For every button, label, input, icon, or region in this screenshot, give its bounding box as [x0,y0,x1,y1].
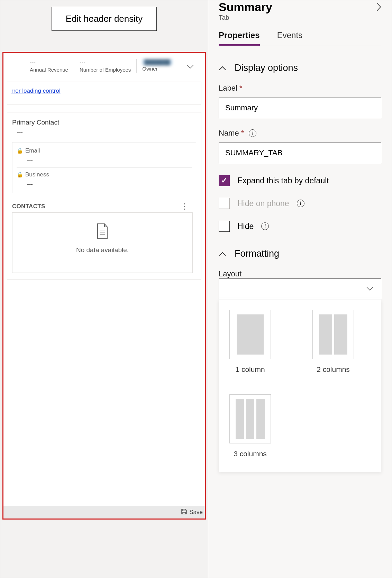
expand-default-label: Expand this tab by default [237,176,329,185]
no-data-text: No data available. [12,246,192,254]
save-label[interactable]: Save [189,509,203,516]
save-bar: Save [3,506,205,519]
layout-option-label: 1 column [235,365,265,374]
hide-label: Hide [237,222,254,231]
layout-dropdown: 1 column 2 columns 3 columns [219,299,381,472]
primary-contact-value: --- [17,129,196,136]
layout-preview-icon [229,394,271,443]
layout-option-3-columns[interactable]: 3 columns [229,394,271,458]
expand-default-checkbox[interactable] [219,175,230,186]
header-field-owner[interactable]: ███████ Owner [137,59,178,72]
hide-on-phone-label: Hide on phone [237,199,289,208]
header-field-annual-revenue[interactable]: --- Annual Revenue [24,59,74,73]
layout-option-label: 3 columns [234,450,267,458]
layout-label: Layout [219,269,381,278]
layout-option-label: 2 columns [317,365,350,374]
tab-properties[interactable]: Properties [219,30,260,46]
layout-preview-icon [312,310,354,359]
formatting-title: Formatting [235,248,279,259]
formatting-header[interactable]: Formatting [219,248,381,259]
annual-revenue-value: --- [30,59,68,66]
header-field-num-employees[interactable]: --- Number of Employees [74,59,137,73]
lock-icon: 🔒 [17,148,23,154]
label-field-label: Label [219,84,237,92]
edit-header-density-button[interactable]: Edit header density [52,7,157,31]
business-field[interactable]: 🔒Business --- [17,168,192,191]
hide-checkbox[interactable] [219,221,230,232]
num-employees-label: Number of Employees [80,67,131,73]
info-icon[interactable]: i [249,129,256,137]
lock-icon: 🔒 [17,172,23,177]
display-options-header[interactable]: Display options [219,63,381,73]
layout-preview-icon [229,310,271,359]
business-value: --- [27,181,192,188]
hide-on-phone-checkbox [219,198,230,209]
annual-revenue-label: Annual Revenue [30,67,68,73]
label-input[interactable] [219,98,381,118]
num-employees-value: --- [80,59,131,66]
contacts-empty: No data available. [12,212,193,273]
error-card: rror loading control [7,82,201,104]
panel-title: Summary [219,0,272,14]
layout-select[interactable] [219,278,381,299]
display-options-title: Display options [235,63,298,73]
chevron-right-icon[interactable] [376,2,381,14]
more-icon[interactable]: ⋮ [181,202,192,211]
form-header: --- Annual Revenue --- Number of Employe… [3,53,205,82]
chevron-up-icon [219,251,226,256]
info-icon[interactable]: i [297,200,304,207]
name-input[interactable] [219,143,381,163]
chevron-down-icon [366,287,373,291]
tab-events[interactable]: Events [277,30,302,46]
chevron-down-icon[interactable] [187,63,194,71]
email-label: Email [25,147,40,154]
form-preview: --- Annual Revenue --- Number of Employe… [2,52,206,520]
error-loading-control-link[interactable]: rror loading control [11,88,61,94]
business-label: Business [25,171,49,178]
email-field[interactable]: 🔒Email --- [17,144,192,168]
primary-contact-card: Primary Contact --- 🔒Email --- 🔒Business… [7,112,201,279]
primary-contact-title: Primary Contact [12,119,196,126]
layout-option-2-columns[interactable]: 2 columns [312,310,354,374]
layout-option-1-column[interactable]: 1 column [229,310,271,374]
save-icon[interactable] [181,508,187,516]
panel-subtitle: Tab [219,14,272,21]
contacts-heading: CONTACTS [12,203,45,210]
owner-label: Owner [142,66,172,72]
owner-value: ███████ [142,59,172,65]
info-icon[interactable]: i [261,222,269,230]
name-field-label: Name [219,129,239,137]
chevron-up-icon [219,66,226,71]
email-value: --- [27,157,192,164]
document-icon [12,223,192,242]
